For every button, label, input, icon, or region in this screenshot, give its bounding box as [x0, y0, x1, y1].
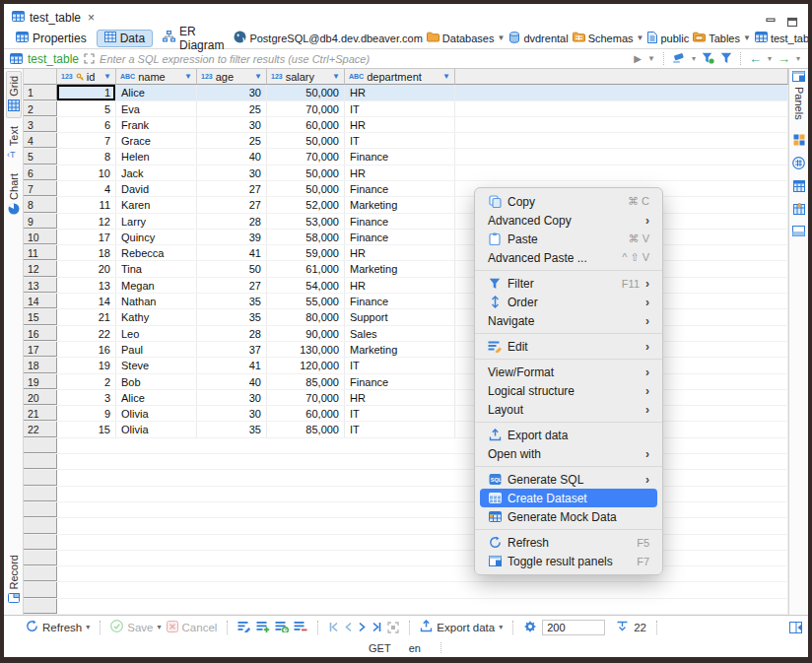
menu-item-order[interactable]: Order›: [480, 293, 657, 311]
filter-history-dropdown-icon[interactable]: ▼: [647, 54, 655, 63]
cell[interactable]: Finance: [345, 181, 455, 196]
refresh-button[interactable]: Refresh ▾: [26, 620, 90, 634]
cell[interactable]: 10: [57, 166, 116, 180]
cell[interactable]: HR: [345, 85, 455, 99]
eraser-icon[interactable]: [672, 50, 686, 68]
column-filter-icon[interactable]: ▼: [442, 72, 450, 81]
cell[interactable]: IT: [345, 358, 455, 372]
cell[interactable]: 8: [57, 149, 116, 164]
view-tab-record[interactable]: Record: [7, 551, 21, 609]
cell[interactable]: 58,000: [267, 230, 345, 244]
cell[interactable]: 70,000: [267, 390, 345, 405]
cell[interactable]: Finance: [345, 149, 455, 164]
breadcrumb-schemas[interactable]: Schemas▼: [573, 32, 644, 44]
menu-item-layout[interactable]: Layout›: [480, 400, 657, 419]
row-number[interactable]: 4: [24, 133, 57, 148]
cancel-button[interactable]: Cancel: [167, 621, 218, 634]
column-filter-icon[interactable]: ▼: [103, 72, 111, 81]
cell[interactable]: 13: [57, 278, 116, 293]
cell[interactable]: Tina: [116, 261, 197, 276]
cell[interactable]: Megan: [116, 278, 197, 293]
cell[interactable]: 19: [57, 358, 116, 372]
row-number[interactable]: 8: [24, 197, 57, 212]
column-filter-icon[interactable]: ▼: [184, 72, 192, 81]
cell[interactable]: IT: [345, 406, 455, 421]
cell[interactable]: 14: [57, 294, 116, 308]
table-row[interactable]: 2215Olivia3585,000IT: [24, 422, 788, 437]
column-header-department[interactable]: ABCdepartment▼: [345, 69, 455, 85]
cell[interactable]: 30: [197, 166, 267, 180]
cell[interactable]: 17: [57, 230, 116, 244]
column-header-name[interactable]: ABCname▼: [116, 69, 197, 85]
cell[interactable]: 80,000: [267, 309, 345, 324]
table-row[interactable]: 1017Quincy3958,000Finance: [24, 230, 788, 245]
cell[interactable]: 30: [197, 117, 267, 132]
menu-item-generate-sql[interactable]: SQLGenerate SQL›: [480, 470, 657, 489]
cell[interactable]: Marketing: [345, 197, 455, 212]
cell[interactable]: 30: [197, 85, 267, 99]
table-row[interactable]: 11Alice3050,000HR: [24, 85, 788, 100]
table-row[interactable]: 912Larry2853,000Finance: [24, 214, 788, 230]
export-data-button[interactable]: Export data ▾: [420, 620, 503, 634]
cell[interactable]: 50,000: [267, 181, 345, 196]
cell[interactable]: 59,000: [267, 245, 345, 260]
cell[interactable]: 41: [197, 245, 267, 260]
menu-item-advanced-paste[interactable]: Advanced Paste ...^ ⇧ V: [480, 248, 657, 267]
fetch-all-icon[interactable]: [387, 622, 399, 633]
cell[interactable]: Finance: [345, 230, 455, 244]
cell[interactable]: 70,000: [267, 149, 345, 164]
sql-filter-input[interactable]: [100, 53, 629, 65]
table-row[interactable]: 1622Leo2890,000Sales: [24, 326, 788, 342]
table-row[interactable]: 1521Kathy3580,000Support: [24, 309, 788, 325]
menu-item-copy[interactable]: Copy⌘ C: [480, 192, 657, 211]
cell[interactable]: 50,000: [267, 133, 345, 148]
cell[interactable]: 12: [57, 214, 116, 229]
tab-data[interactable]: Data: [97, 30, 153, 47]
table-row[interactable]: 36Frank3060,000HR: [24, 117, 788, 133]
cell[interactable]: Alice: [116, 85, 197, 99]
cell[interactable]: Support: [345, 309, 455, 324]
table-row[interactable]: 58Helen4070,000Finance: [24, 149, 788, 165]
add-row-icon[interactable]: [256, 621, 270, 634]
column-filter-icon[interactable]: ▼: [332, 72, 340, 81]
cell[interactable]: 30: [197, 390, 267, 405]
menu-item-view-format[interactable]: View/Format›: [480, 363, 657, 381]
fetch-size-input[interactable]: [542, 620, 605, 635]
aggregate-panel-icon[interactable]: [792, 157, 805, 171]
row-number[interactable]: 17: [24, 342, 57, 357]
next-row-icon[interactable]: [358, 622, 367, 632]
cell[interactable]: 39: [197, 230, 267, 244]
menu-item-logical-structure[interactable]: Logical structure›: [480, 381, 657, 400]
cell[interactable]: 5: [57, 101, 116, 116]
cell[interactable]: 60,000: [267, 406, 345, 421]
row-number[interactable]: 20: [24, 390, 57, 405]
row-number[interactable]: 18: [24, 358, 57, 372]
cell[interactable]: 60,000: [267, 117, 345, 132]
table-row[interactable]: 811Karen2752,000Marketing: [24, 197, 788, 213]
cell[interactable]: 50,000: [267, 85, 345, 99]
cell[interactable]: Larry: [116, 214, 197, 229]
cell[interactable]: HR: [345, 278, 455, 293]
cell[interactable]: 40: [197, 374, 267, 389]
forward-dropdown-icon[interactable]: ▾: [796, 54, 800, 63]
row-number[interactable]: 9: [24, 214, 57, 229]
row-number[interactable]: 14: [24, 294, 57, 308]
cell[interactable]: Karen: [116, 197, 197, 212]
cell[interactable]: 28: [197, 214, 267, 229]
menu-item-paste[interactable]: Paste⌘ V: [480, 230, 657, 248]
cell[interactable]: Sales: [345, 326, 455, 341]
row-number[interactable]: 16: [24, 326, 57, 341]
cell[interactable]: 85,000: [267, 374, 345, 389]
gear-icon[interactable]: [523, 620, 537, 635]
cell[interactable]: IT: [345, 422, 455, 436]
back-dropdown-icon[interactable]: ▾: [768, 54, 772, 63]
cell[interactable]: 35: [197, 294, 267, 308]
cell[interactable]: 9: [57, 406, 116, 421]
cell[interactable]: Olivia: [116, 422, 197, 436]
minimize-button[interactable]: [765, 17, 777, 28]
cell[interactable]: 54,000: [267, 278, 345, 293]
row-number[interactable]: 12: [24, 261, 57, 276]
cell[interactable]: Finance: [345, 374, 455, 389]
cell[interactable]: Paul: [116, 342, 197, 357]
cell[interactable]: HR: [345, 166, 455, 180]
